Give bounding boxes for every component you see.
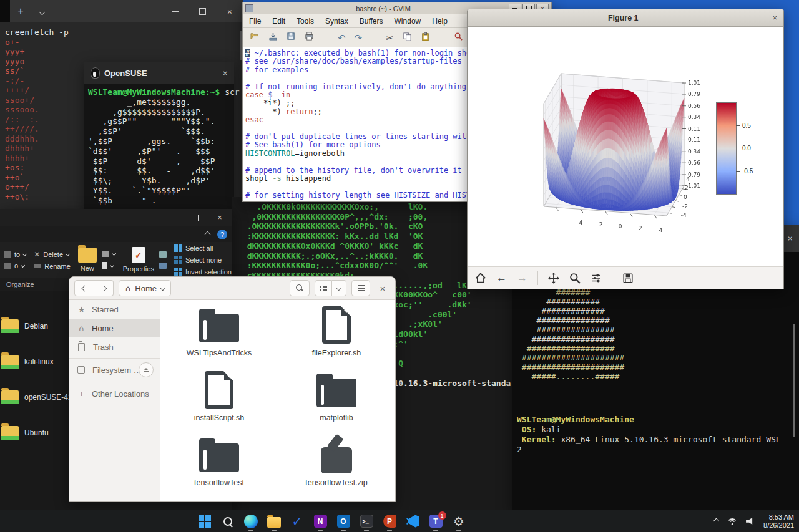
new-folder-button[interactable]: New: [78, 248, 97, 272]
taskbar-search[interactable]: [220, 514, 235, 529]
maximize-button[interactable]: [189, 0, 216, 22]
move-to-button[interactable]: to: [4, 251, 26, 258]
back-button[interactable]: [74, 280, 94, 296]
new-tab-button[interactable]: +: [10, 6, 31, 17]
file-item-fileExplorer.sh[interactable]: fileExplorer.sh: [283, 306, 390, 371]
minimize-button[interactable]: [161, 0, 189, 22]
maximize-button[interactable]: [182, 209, 207, 226]
file-item-matplotlib[interactable]: matplotlib: [283, 371, 390, 436]
forward-icon[interactable]: →: [517, 272, 527, 284]
outlook-icon: O: [337, 515, 350, 528]
copy-to-button[interactable]: o: [4, 262, 26, 269]
terminal-tab-bar[interactable]: + ×: [0, 0, 243, 22]
new-item-button[interactable]: [102, 251, 115, 257]
volume-icon[interactable]: [746, 518, 755, 525]
figure-title-bar[interactable]: Figure 1 ×: [468, 9, 783, 27]
select-none-button[interactable]: Select none: [174, 256, 232, 264]
file-item-tensorflowTest.zip[interactable]: tensorflowTest.zip: [283, 436, 390, 501]
start-button[interactable]: [197, 514, 212, 529]
subplot-config-icon[interactable]: [591, 273, 602, 284]
scrollbar[interactable]: [793, 324, 795, 437]
close-button[interactable]: ×: [207, 209, 232, 226]
view-toggle-button[interactable]: [315, 280, 332, 296]
pan-icon[interactable]: [548, 273, 559, 284]
file-item-installScript.sh[interactable]: installScript.sh: [166, 371, 272, 436]
file-item-tensorflowTest[interactable]: tensorflowTest: [166, 436, 272, 501]
menu-help[interactable]: Help: [432, 17, 448, 26]
find-icon[interactable]: [454, 32, 463, 44]
close-icon[interactable]: ×: [223, 68, 228, 78]
explorer-title-bar[interactable]: ×: [0, 209, 232, 226]
close-icon[interactable]: ×: [788, 233, 793, 243]
taskbar-file-explorer[interactable]: [267, 514, 282, 529]
forward-button[interactable]: [94, 280, 114, 296]
menu-file[interactable]: File: [249, 17, 261, 26]
view-options-button[interactable]: [332, 280, 346, 296]
sidebar-item-trash[interactable]: Trash: [69, 337, 160, 356]
sidebar-item-starred[interactable]: ★Starred: [69, 300, 160, 319]
redo-icon[interactable]: ↷: [355, 33, 363, 42]
taskbar-settings[interactable]: ⚙: [451, 514, 466, 529]
eject-button[interactable]: [139, 362, 154, 377]
save-icon[interactable]: [622, 273, 634, 284]
minimize-button[interactable]: [157, 209, 182, 226]
close-button[interactable]: ×: [216, 0, 243, 22]
path-button[interactable]: ⌂ Home: [119, 280, 171, 296]
menu-buffers[interactable]: Buffers: [360, 17, 383, 26]
opensuse-title-bar[interactable]: OpenSUSE ×: [84, 62, 234, 84]
menu-button[interactable]: [351, 280, 370, 296]
files-header-bar[interactable]: ⌂ Home ×: [69, 277, 395, 300]
tray-overflow-icon[interactable]: [713, 518, 720, 525]
close-icon[interactable]: ×: [772, 13, 777, 22]
sidebar-item-other-locations[interactable]: +Other Locations: [69, 384, 160, 403]
save-all-icon[interactable]: [287, 32, 296, 44]
close-button[interactable]: ×: [375, 283, 390, 294]
taskbar-powerpoint[interactable]: P: [382, 514, 397, 529]
wifi-icon[interactable]: [727, 518, 737, 525]
zoom-icon[interactable]: [569, 273, 581, 284]
taskbar-outlook[interactable]: O: [336, 514, 351, 529]
tab-dropdown-button[interactable]: [31, 6, 52, 17]
terminal-tab[interactable]: [0, 0, 10, 22]
back-icon[interactable]: ←: [496, 272, 507, 284]
save-file-icon[interactable]: [268, 32, 278, 44]
folder-icon: [315, 371, 358, 410]
delete-button[interactable]: ✕Delete: [34, 250, 71, 259]
ribbon-collapse-icon[interactable]: [205, 231, 211, 238]
taskbar-onenote[interactable]: N: [313, 514, 328, 529]
check-icon: ✓: [292, 514, 303, 529]
cut-icon[interactable]: ✂: [386, 33, 394, 42]
rename-button[interactable]: Rename: [34, 263, 71, 270]
search-button[interactable]: [290, 280, 310, 296]
file-item-WSLTipsAndTricks[interactable]: WSLTipsAndTricks: [166, 306, 272, 371]
sidebar-item-home[interactable]: ⌂Home: [69, 319, 160, 337]
sidebar-item-filesystem[interactable]: Filesystem …: [69, 360, 160, 379]
history-button[interactable]: [159, 263, 167, 269]
open-file-icon[interactable]: [250, 32, 260, 44]
taskbar-teams[interactable]: T1: [428, 514, 443, 529]
taskbar-vscode[interactable]: [405, 514, 420, 529]
taskbar-clock[interactable]: 8:53 AM 8/26/2021: [763, 513, 794, 530]
print-icon[interactable]: [305, 32, 314, 44]
menu-edit[interactable]: Edit: [272, 17, 285, 26]
invert-selection-button[interactable]: Invert selection: [174, 268, 232, 276]
paste-icon[interactable]: [421, 32, 430, 44]
easy-access-button[interactable]: [102, 262, 115, 269]
scrollbar[interactable]: [240, 31, 242, 60]
command-line: creenfetch -p: [5, 27, 243, 37]
home-view-icon[interactable]: [475, 273, 486, 284]
help-button[interactable]: ?: [217, 230, 227, 239]
copy-icon[interactable]: [403, 32, 412, 44]
menu-tools[interactable]: Tools: [297, 17, 314, 26]
edit-button[interactable]: [159, 251, 167, 258]
taskbar-todo[interactable]: ✓: [290, 514, 305, 529]
taskbar-edge[interactable]: [243, 514, 258, 529]
taskbar-terminal[interactable]: >_: [359, 514, 374, 529]
select-all-button[interactable]: Select all: [174, 244, 232, 252]
properties-button[interactable]: ✓Properties: [123, 247, 154, 273]
menu-window[interactable]: Window: [395, 17, 421, 26]
undo-icon[interactable]: ↶: [338, 33, 346, 42]
menu-syntax[interactable]: Syntax: [325, 17, 348, 26]
powerpoint-icon: P: [383, 515, 396, 528]
colorbar-tick-label: 0.5: [742, 122, 751, 128]
